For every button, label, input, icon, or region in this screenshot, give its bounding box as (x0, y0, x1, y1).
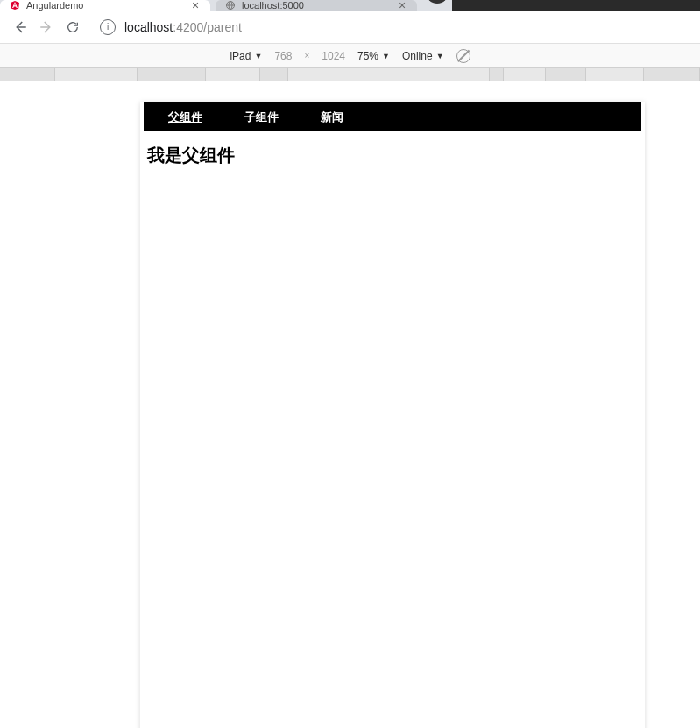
browser-tab-bar: Angulardemo × localhost:5000 × (0, 0, 700, 11)
close-icon[interactable]: × (396, 0, 408, 11)
forward-button[interactable] (33, 14, 60, 40)
url-path: :4200/parent (173, 20, 242, 34)
close-icon[interactable]: × (189, 0, 202, 11)
network-status: Online (402, 50, 433, 62)
angular-favicon (9, 0, 21, 11)
back-button[interactable] (7, 14, 33, 40)
reload-button[interactable] (60, 14, 86, 40)
url-host: localhost (124, 20, 173, 34)
dimension-separator: × (304, 51, 309, 60)
devtools-device-toolbar: iPad ▼ 768 × 1024 75% ▼ Online ▼ (0, 44, 700, 68)
device-selector[interactable]: iPad ▼ (230, 50, 262, 62)
rotate-icon[interactable] (456, 49, 470, 63)
device-width[interactable]: 768 (274, 50, 292, 62)
chevron-down-icon: ▼ (382, 52, 390, 60)
nav-item-parent[interactable]: 父组件 (168, 110, 202, 125)
tab-title: localhost:5000 (242, 0, 392, 11)
chevron-down-icon: ▼ (254, 52, 262, 60)
generic-favicon (224, 0, 237, 11)
device-name: iPad (230, 50, 251, 62)
zoom-level: 75% (357, 50, 378, 62)
address-bar[interactable]: i localhost:4200/parent (91, 15, 693, 39)
site-info-icon[interactable]: i (100, 19, 116, 35)
nav-item-news[interactable]: 新闻 (321, 110, 343, 125)
page-heading: 我是父组件 (140, 131, 645, 180)
app-navbar: 父组件 子组件 新闻 (144, 102, 641, 131)
tab-bar-dark-area (452, 0, 700, 11)
chevron-down-icon: ▼ (436, 52, 444, 60)
zoom-selector[interactable]: 75% ▼ (357, 50, 390, 62)
browser-tab-inactive[interactable]: localhost:5000 × (216, 0, 417, 11)
device-viewport-area: 父组件 子组件 新闻 我是父组件 (0, 81, 700, 728)
device-height[interactable]: 1024 (322, 50, 345, 62)
nav-item-child[interactable]: 子组件 (244, 110, 279, 125)
tab-title: Angulardemo (26, 0, 186, 11)
new-tab-button[interactable] (426, 0, 449, 4)
network-selector[interactable]: Online ▼ (402, 50, 444, 62)
devtools-ruler (0, 68, 700, 81)
browser-tab-active[interactable]: Angulardemo × (0, 0, 210, 11)
browser-toolbar: i localhost:4200/parent (0, 11, 700, 44)
device-frame: 父组件 子组件 新闻 我是父组件 (140, 102, 645, 728)
